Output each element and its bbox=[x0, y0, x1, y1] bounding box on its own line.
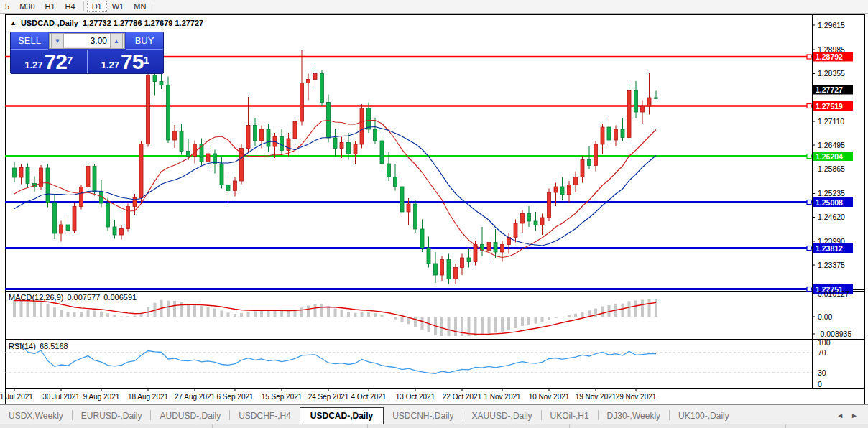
svg-text:1.24620: 1.24620 bbox=[818, 213, 845, 221]
status-cell bbox=[0, 424, 213, 428]
status-cell bbox=[570, 424, 786, 428]
ohlc-values: 1.27732 1.27786 1.27679 1.27727 bbox=[83, 19, 203, 27]
svg-text:18 Aug 2021: 18 Aug 2021 bbox=[128, 393, 169, 401]
rsi-name: RSI(14) bbox=[9, 342, 36, 350]
timeframe-button-5[interactable]: 5 bbox=[0, 1, 14, 12]
svg-text:1.28355: 1.28355 bbox=[818, 69, 845, 78]
timeframe-toolbar: 5M30H1H4D1W1MN bbox=[0, 0, 868, 14]
timeframe-button-w1[interactable]: W1 bbox=[107, 1, 129, 12]
sell-price-pip: 7 bbox=[67, 50, 73, 71]
volume-decrease-icon[interactable]: ▼ bbox=[51, 33, 64, 49]
timeframe-button-m30[interactable]: M30 bbox=[14, 1, 40, 12]
svg-text:0: 0 bbox=[818, 380, 822, 389]
svg-text:13 Oct 2021: 13 Oct 2021 bbox=[396, 393, 435, 401]
tab-usdx-weekly[interactable]: USDX,Weekly bbox=[0, 408, 72, 424]
tab-uk100-daily[interactable]: UK100-,Daily bbox=[670, 408, 738, 424]
svg-text:1.27727: 1.27727 bbox=[816, 85, 843, 94]
svg-text:4 Oct 2021: 4 Oct 2021 bbox=[351, 393, 387, 401]
macd-main-value: 0.007577 bbox=[67, 293, 100, 302]
tab-usdcad-daily[interactable]: USDCAD-,Daily bbox=[300, 407, 384, 425]
svg-text:1 Nov 2021: 1 Nov 2021 bbox=[484, 393, 521, 401]
tab-eurusd-daily[interactable]: EURUSD-,Daily bbox=[73, 408, 151, 424]
svg-text:21 Jul 2021: 21 Jul 2021 bbox=[0, 393, 33, 401]
tab-usdcnh-daily[interactable]: USDCNH-,Daily bbox=[384, 408, 462, 424]
tab-xauusd-daily[interactable]: XAUUSD-,Daily bbox=[463, 408, 541, 424]
svg-text:30: 30 bbox=[818, 368, 826, 377]
timeframe-button-mn[interactable]: MN bbox=[129, 1, 151, 12]
sell-button[interactable]: SELL bbox=[11, 32, 48, 50]
svg-text:29 Nov 2021: 29 Nov 2021 bbox=[616, 393, 657, 401]
svg-text:70: 70 bbox=[818, 348, 826, 357]
svg-text:30 Jul 2021: 30 Jul 2021 bbox=[42, 393, 80, 401]
svg-text:0.00: 0.00 bbox=[818, 312, 833, 321]
status-strip bbox=[0, 424, 868, 428]
sell-price-prefix: 1.27 bbox=[24, 60, 42, 71]
macd-name: MACD(12,26,9) bbox=[9, 293, 63, 302]
svg-text:10 Nov 2021: 10 Nov 2021 bbox=[529, 393, 570, 401]
buy-price-main: 75 bbox=[121, 52, 143, 71]
sell-price[interactable]: 1.27 72 7 bbox=[11, 50, 88, 73]
collapse-panel-icon[interactable]: ▲ bbox=[10, 19, 17, 27]
tab-dj30-weekly[interactable]: DJ30-,Weekly bbox=[599, 408, 669, 424]
chart-title: ▲ USDCAD-,Daily 1.27732 1.27786 1.27679 … bbox=[10, 19, 203, 27]
svg-text:22 Oct 2021: 22 Oct 2021 bbox=[443, 393, 482, 401]
svg-text:-0.008935: -0.008935 bbox=[818, 330, 851, 338]
svg-text:1.25008: 1.25008 bbox=[816, 198, 843, 207]
status-cell bbox=[213, 424, 368, 428]
volume-input[interactable] bbox=[64, 34, 110, 47]
svg-text:1.25235: 1.25235 bbox=[818, 189, 845, 197]
svg-text:1.26495: 1.26495 bbox=[818, 141, 845, 149]
svg-text:1.26204: 1.26204 bbox=[816, 152, 843, 161]
svg-text:1.28792: 1.28792 bbox=[816, 52, 843, 61]
macd-signal-value: 0.006591 bbox=[103, 293, 137, 302]
toolbar-separator bbox=[154, 1, 154, 11]
symbol-name: USDCAD-,Daily bbox=[21, 19, 78, 27]
one-click-trade-panel: SELL ▼ ▲ BUY 1.27 72 7 1.27 75 1 bbox=[10, 32, 164, 74]
svg-text:1.27519: 1.27519 bbox=[816, 102, 843, 111]
volume-increase-icon[interactable]: ▲ bbox=[110, 33, 123, 49]
symbol-tab-bar: USDX,WeeklyEURUSD-,DailyAUDUSD-,DailyUSD… bbox=[0, 404, 868, 424]
tab-usdchf-h4[interactable]: USDCHF-,H4 bbox=[230, 408, 300, 424]
timeframe-button-h1[interactable]: H1 bbox=[40, 1, 60, 12]
tabs-scroll-right-icon[interactable]: ► bbox=[851, 411, 858, 419]
toolbar-separator bbox=[83, 1, 84, 11]
macd-label: MACD(12,26,9)0.0075770.006591 bbox=[9, 293, 140, 302]
svg-text:1.23812: 1.23812 bbox=[816, 244, 843, 253]
svg-text:19 Nov 2021: 19 Nov 2021 bbox=[576, 393, 617, 401]
svg-text:1.29615: 1.29615 bbox=[818, 21, 845, 29]
svg-text:100: 100 bbox=[818, 338, 831, 347]
tabs-scroll-left-icon[interactable]: ◄ bbox=[836, 411, 844, 419]
timeframe-button-d1[interactable]: D1 bbox=[87, 1, 107, 12]
timeframe-button-h4[interactable]: H4 bbox=[60, 1, 80, 12]
svg-text:15 Sep 2021: 15 Sep 2021 bbox=[262, 393, 303, 401]
status-cell bbox=[368, 424, 570, 428]
trading-platform-window: { "toolbar": { "timeframes": [ {"label":… bbox=[0, 0, 868, 428]
svg-text:9 Aug 2021: 9 Aug 2021 bbox=[83, 393, 120, 401]
svg-text:24 Sep 2021: 24 Sep 2021 bbox=[308, 393, 349, 401]
rsi-value: 68.5168 bbox=[40, 342, 68, 350]
tab-ukoil-h1[interactable]: UKOil-,H1 bbox=[542, 408, 598, 424]
svg-text:1.27110: 1.27110 bbox=[818, 117, 844, 126]
svg-text:27 Aug 2021: 27 Aug 2021 bbox=[175, 393, 216, 401]
buy-price-prefix: 1.27 bbox=[101, 60, 119, 71]
volume-spinner: ▼ ▲ bbox=[49, 33, 125, 49]
buy-price-pip: 1 bbox=[143, 50, 149, 71]
svg-text:1.25865: 1.25865 bbox=[818, 164, 845, 173]
tab-audusd-daily[interactable]: AUDUSD-,Daily bbox=[151, 408, 229, 424]
sell-price-main: 72 bbox=[45, 52, 67, 71]
svg-text:1.23375: 1.23375 bbox=[818, 261, 845, 269]
svg-text:6 Sep 2021: 6 Sep 2021 bbox=[216, 393, 254, 401]
rsi-label: RSI(14)68.5168 bbox=[9, 342, 72, 350]
buy-button[interactable]: BUY bbox=[126, 32, 163, 50]
svg-text:0.010127: 0.010127 bbox=[818, 289, 849, 298]
buy-price[interactable]: 1.27 75 1 bbox=[88, 50, 164, 73]
